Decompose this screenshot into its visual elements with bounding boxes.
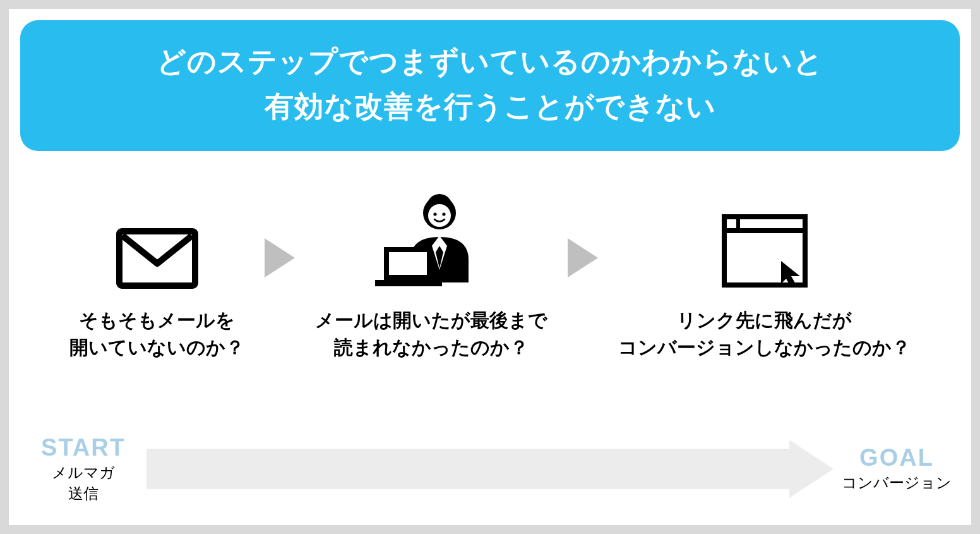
goal-sub: コンバージョン [842,473,952,493]
svg-rect-10 [375,280,442,286]
step-label: そもそもメールを 開いていないのか？ [69,306,244,361]
start-tag: START [41,434,126,461]
step-clicked-no-conversion: リンク先に飛んだが コンバージョンしなかったのか？ [618,200,911,361]
timeline-goal: GOAL コンバージョン [840,444,953,493]
headline-line-2: 有効な改善を行うことができない [265,90,716,123]
headline-line-1: どのステップでつまずいているのかわからないと [157,45,823,78]
step-email-unopened: そもそもメールを 開いていないのか？ [69,200,244,361]
svg-marker-1 [265,238,295,277]
step-label: リンク先に飛んだが コンバージョンしなかったのか？ [618,306,911,361]
goal-tag: GOAL [859,444,934,471]
envelope-icon [116,200,198,289]
timeline-row: START メルマガ 送信 GOAL コンバージョン [20,434,960,510]
timeline-start: START メルマガ 送信 [27,434,140,504]
chevron-right-icon [565,236,601,280]
svg-point-5 [442,212,445,215]
svg-point-4 [433,212,436,215]
step-label: メールは開いたが最後まで 読まれなかったのか？ [315,306,547,361]
diagram-canvas: どのステップでつまずいているのかわからないと 有効な改善を行うことができない そ… [0,0,980,534]
headline-banner: どのステップでつまずいているのかわからないと 有効な改善を行うことができない [20,20,960,151]
timeline-arrow-icon [146,440,834,498]
step-opened-not-read: メールは開いたが最後まで 読まれなかったのか？ [315,200,547,361]
diagram-card: どのステップでつまずいているのかわからないと 有効な改善を行うことができない そ… [9,9,971,525]
chevron-right-icon [262,236,297,280]
svg-marker-11 [568,238,598,277]
browser-cursor-icon [720,200,809,289]
start-sub: メルマガ 送信 [52,463,115,504]
svg-point-3 [428,204,451,227]
steps-row: そもそもメールを 開いていないのか？ [20,200,960,361]
svg-rect-9 [389,252,427,275]
person-laptop-icon [371,200,491,289]
